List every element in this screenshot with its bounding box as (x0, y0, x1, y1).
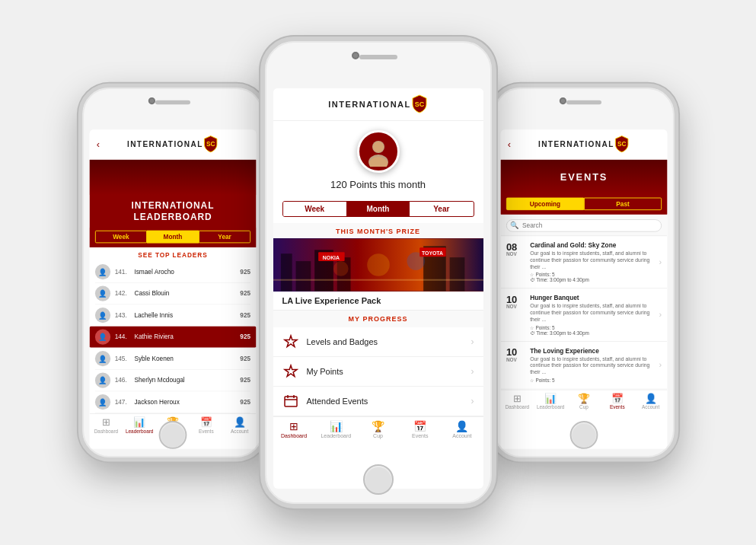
tab-month-left[interactable]: Month (146, 231, 198, 244)
cup-icon: 🏆 (578, 393, 590, 404)
see-leaders-label: SEE TOP LEADERS (89, 247, 256, 261)
event-list: 08 NOV Cardinal and Gold: Sky Zone Our g… (500, 236, 667, 389)
avatar: 👤 (94, 308, 110, 323)
hero-banner-left: INTERNATIONAL LEADERBOARD Week Month Yea… (89, 160, 256, 247)
back-arrow-left[interactable]: ‹ (96, 139, 99, 150)
event-desc: Our goal is to inspire students, staff, … (530, 303, 656, 323)
leader-points: 925 (240, 333, 250, 340)
tab-month-center[interactable]: Month (346, 202, 410, 216)
tab-upcoming[interactable]: Upcoming (506, 198, 583, 211)
event-desc: Our goal is to inspire students, staff, … (530, 355, 656, 376)
event-content: Hunger Banquet Our goal is to inspire st… (530, 295, 656, 336)
nav-events-left[interactable]: 📅 Events (189, 417, 222, 434)
leaderboard-icon: 📊 (544, 393, 557, 404)
leader-name: Cassi Blouin (134, 290, 240, 297)
nav-cup-right[interactable]: 🏆 Cup (567, 393, 601, 410)
events-icon: 📅 (199, 417, 212, 429)
bottom-nav-center: ⊞ Dashboard 📊 Leaderboard 🏆 Cup 📅 Events… (273, 416, 483, 440)
account-icon: 👤 (644, 393, 656, 404)
events-tab-group: Upcoming Past (500, 195, 667, 215)
table-row: 👤 147. Jackson Heroux 925 (94, 392, 250, 414)
nav-dashboard-right[interactable]: ⊞ Dashboard (500, 393, 534, 410)
nav-label: Dashboard (94, 429, 118, 433)
search-bar: 🔍 (500, 215, 667, 237)
my-points-label: My Points (307, 367, 471, 376)
dashboard-icon: ⊞ (101, 417, 110, 429)
home-button-center[interactable] (363, 464, 394, 495)
nav-account-center[interactable]: 👤 Account (441, 420, 483, 438)
nav-label: Leaderboard (125, 429, 153, 433)
nav-events-right[interactable]: 📅 Events (600, 393, 633, 410)
header-left: ‹ INTERNATIONAL SC (89, 129, 256, 160)
tab-year-center[interactable]: Year (410, 202, 473, 216)
event-title: The Loving Experience (530, 347, 656, 354)
event-desc: Our goal is to inspire students, staff, … (530, 250, 656, 271)
nav-leaderboard-right[interactable]: 📊 Leaderboard (534, 393, 567, 410)
nav-dashboard-left[interactable]: ⊞ Dashboard (89, 417, 123, 434)
events-icon: 📅 (413, 420, 426, 432)
shield-icon-center: SC (411, 94, 428, 114)
event-month: NOV (506, 304, 525, 309)
nav-dashboard-center[interactable]: ⊞ Dashboard (273, 420, 315, 438)
event-title: Hunger Banquet (530, 295, 656, 301)
home-button-left[interactable] (158, 421, 187, 449)
nav-events-center[interactable]: 📅 Events (399, 420, 441, 438)
chevron-right-icon: › (659, 360, 662, 370)
nav-label: Leaderboard (321, 433, 351, 438)
event-points: ☆ Points: 5 (530, 325, 656, 330)
event-day: 10 (506, 347, 525, 357)
back-arrow-right[interactable]: ‹ (507, 139, 510, 150)
home-button-right[interactable] (569, 421, 598, 449)
header-center: INTERNATIONAL SC (273, 88, 483, 121)
leader-name: Jackson Heroux (134, 399, 240, 406)
my-points-icon (282, 363, 299, 380)
table-row: 👤 141. Ismael Arocho 925 (94, 261, 250, 283)
shield-icon-right: SC (614, 135, 629, 154)
leaderboard-icon: 📊 (330, 420, 343, 432)
leaderboard-tab-group: Week Month Year (89, 228, 256, 247)
leader-name: Lachelle Innis (134, 312, 240, 319)
leader-points: 925 (240, 377, 250, 384)
svg-text:SC: SC (617, 141, 627, 148)
list-item[interactable]: 08 NOV Cardinal and Gold: Sky Zone Our g… (500, 236, 667, 288)
nav-label: Dashboard (281, 433, 307, 438)
tab-past[interactable]: Past (584, 198, 662, 211)
event-date: 08 NOV (506, 242, 525, 283)
progress-levels-badges[interactable]: Levels and Badges › (273, 327, 483, 357)
progress-section-label: MY PROGRESS (273, 311, 483, 327)
nav-label: Events (198, 429, 213, 433)
nav-account-left[interactable]: 👤 Account (222, 417, 256, 434)
dashboard-icon: ⊞ (289, 420, 298, 432)
nav-label: Account (641, 405, 659, 410)
nav-leaderboard-left[interactable]: 📊 Leaderboard (123, 417, 156, 434)
camera-right (559, 97, 566, 104)
event-content: Cardinal and Gold: Sky Zone Our goal is … (530, 242, 656, 283)
nav-label: Events (412, 433, 428, 438)
event-points: ☆ Points: 5 (530, 272, 656, 277)
event-day: 10 (506, 295, 525, 304)
search-input[interactable] (506, 219, 661, 232)
nav-leaderboard-center[interactable]: 📊 Leaderboard (315, 420, 357, 438)
svg-rect-9 (295, 261, 311, 291)
list-item[interactable]: 10 NOV Hunger Banquet Our goal is to ins… (500, 288, 667, 341)
tab-week-left[interactable]: Week (94, 231, 146, 244)
center-tab-group: Week Month Year (282, 201, 474, 217)
tab-week-center[interactable]: Week (283, 202, 346, 216)
prize-name: LA Live Experience Pack (273, 292, 483, 311)
list-item[interactable]: 10 NOV The Loving Experience Our goal is… (500, 342, 667, 390)
tab-year-left[interactable]: Year (199, 231, 250, 244)
leader-points: 925 (240, 355, 250, 362)
dashboard-icon: ⊞ (512, 393, 521, 404)
svg-point-4 (373, 142, 384, 152)
levels-icon (282, 333, 299, 350)
bottom-nav-right: ⊞ Dashboard 📊 Leaderboard 🏆 Cup 📅 Events… (500, 389, 667, 411)
progress-attended-events[interactable]: Attended Events › (273, 387, 483, 416)
nav-label: Events (609, 405, 624, 410)
svg-point-14 (367, 253, 390, 276)
progress-my-points[interactable]: My Points › (273, 357, 483, 387)
camera-left (148, 97, 155, 104)
nav-cup-center[interactable]: 🏆 Cup (357, 420, 399, 438)
nav-account-right[interactable]: 👤 Account (633, 393, 667, 410)
avatar: 👤 (94, 286, 110, 301)
events-hero-title: EVENTS (560, 172, 608, 183)
